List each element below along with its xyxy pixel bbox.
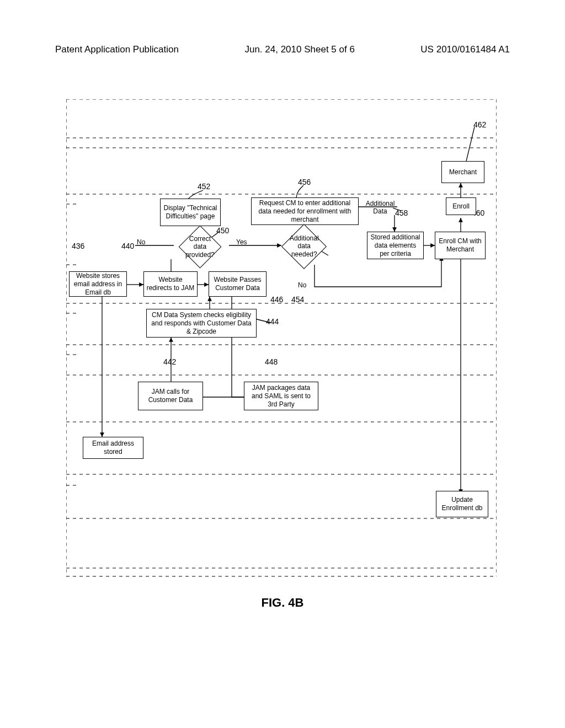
box-jam-packages: JAM packages data and SAML is sent to 3r… <box>244 382 318 410</box>
edge-label-no-1: No <box>137 238 145 246</box>
swimlane-grid <box>66 99 497 579</box>
diamond-correct-data: Correct data provided? <box>179 226 222 269</box>
ref-454: 454 <box>291 295 304 304</box>
diamond-correct-data-text: Correct data provided? <box>185 235 215 259</box>
box-update-enrollment-db: Update Enrollment db <box>436 491 488 517</box>
box-request-cm-additional-data: Request CM to enter additional data need… <box>251 197 359 225</box>
ref-448: 448 <box>265 357 278 366</box>
box-enroll: Enroll <box>446 197 476 215</box>
ref-436: 436 <box>72 242 84 250</box>
box-website-redirects-jam: Website redirects to JAM <box>143 271 198 297</box>
box-email-stored: Email address stored <box>83 437 143 459</box>
edge-label-additional-data: Additional Data <box>361 200 399 215</box>
box-stored-additional: Stored additional data elements per crit… <box>367 232 424 259</box>
box-display-technical-difficulties: Display "Technical Difficulties" page <box>160 199 221 226</box>
box-website-passes-data: Website Passes Customer Data <box>209 271 266 297</box>
ref-462: 462 <box>473 120 486 129</box>
box-jam-calls: JAM calls for Customer Data <box>138 382 203 410</box>
ref-450: 450 <box>216 226 229 235</box>
ref-456: 456 <box>298 178 311 186</box>
flow-arrows <box>66 99 497 579</box>
edge-label-yes-1: Yes <box>236 238 247 246</box>
ref-446: 446 <box>270 295 283 304</box>
figure-caption: FIG. 4B <box>0 596 565 610</box>
box-merchant: Merchant <box>441 161 484 183</box>
ref-440: 440 <box>121 242 134 250</box>
edge-label-no-2: No <box>298 281 306 289</box>
header-patent-number: US 2010/0161484 A1 <box>420 44 510 55</box>
page-header: Patent Application Publication Jun. 24, … <box>0 44 565 55</box>
box-website-stores-email: Website stores email address in Email db <box>69 271 127 297</box>
box-cm-data-system: CM Data System checks eligibility and re… <box>146 309 257 338</box>
ref-444: 444 <box>266 317 279 326</box>
diagram-frame: 462 436 440 452 456 458 450 460 446 444 … <box>66 99 497 579</box>
diamond-additional-data-text: Additional data needed? <box>289 234 319 258</box>
ref-452: 452 <box>198 182 210 191</box>
box-enroll-cm: Enroll CM with Merchant <box>435 232 486 259</box>
header-date-sheet: Jun. 24, 2010 Sheet 5 of 6 <box>244 44 354 55</box>
ref-442: 442 <box>163 357 176 366</box>
header-publication: Patent Application Publication <box>55 44 179 55</box>
diamond-additional-data: Additional data needed? <box>281 224 327 269</box>
